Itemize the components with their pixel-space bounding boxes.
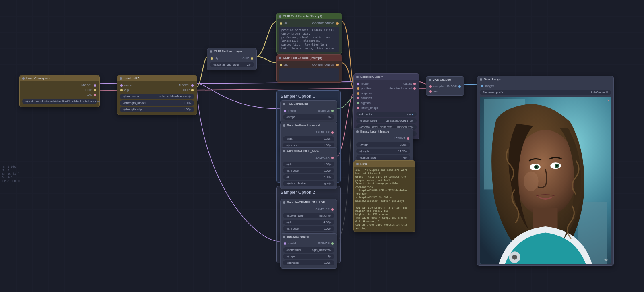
widget-width[interactable]: ◀width896▶ [356, 142, 410, 147]
node-header[interactable]: VAE Decode [426, 77, 464, 83]
node-header[interactable]: SamplerDPMPP_2M_SDE [281, 199, 337, 205]
widget-solver-type[interactable]: ◀solver_typemidpoint▶ [283, 213, 334, 218]
node-header[interactable]: SamplerCustom [354, 74, 419, 80]
svg-point-13 [524, 172, 539, 191]
perf-stats: T: 0.00s I: 0 N: 16 [14] V: 541 FPS: 100… [2, 165, 21, 183]
widget-eta[interactable]: ◀eta1.30▶ [283, 162, 334, 167]
widget-noise-seed[interactable]: ◀noise_seed379882666091872▶ [356, 118, 417, 123]
node-header[interactable]: Note [354, 161, 415, 167]
widget-eta[interactable]: ◀eta1.30▶ [283, 136, 334, 141]
svg-point-11 [535, 166, 537, 168]
widget-add-noise[interactable]: add_noisetrue● [356, 112, 417, 117]
node-load-checkpoint[interactable]: Load Checkpoint MODEL CLIP VAE ◀ckpt_nam… [19, 75, 100, 107]
widget-batch-size[interactable]: ◀batch_size4▶ [356, 155, 410, 160]
node-header[interactable]: SamplerEulerAncestral [281, 122, 337, 128]
node-header[interactable]: Save Image [477, 76, 613, 82]
widget-steps[interactable]: ◀steps8▶ [283, 114, 334, 120]
widget-lora-name[interactable]: ◀lora_namexl/tcd-sdxl.safetensors▶ [120, 94, 194, 99]
group-title: Sampler Option 1 [278, 92, 339, 100]
node-save-image[interactable]: Save Image images filename_prefixtcd/Com… [477, 76, 614, 266]
widget-strength-model[interactable]: ◀strength_model1.00▶ [120, 100, 194, 106]
node-load-lora[interactable]: Load LoRA modelMODEL clipCLIP ◀lora_name… [117, 75, 197, 115]
node-header[interactable]: Empty Latent Image [354, 128, 413, 135]
widget-r[interactable]: ◀r2.00▶ [283, 174, 334, 180]
node-note[interactable]: Note IRL, The Sigmas and Samplers work b… [353, 160, 415, 232]
node-clip-text-encode-positive[interactable]: CLIP Text Encode (Prompt) clipCONDITIONI… [276, 13, 342, 54]
widget-denoise[interactable]: ◀denoise1.00▶ [283, 260, 334, 265]
widget-eta[interactable]: ◀eta4.00▶ [283, 220, 334, 225]
widget-filename-prefix[interactable]: filename_prefixtcd/ComfyUI [480, 90, 611, 95]
node-header[interactable]: CLIP Set Last Layer [207, 48, 256, 54]
node-header[interactable]: CLIP Text Encode (Prompt) [277, 13, 342, 19]
node-empty-latent-image[interactable]: Empty Latent Image LATENT ◀width896▶ ◀he… [353, 128, 413, 164]
widget-s-noise[interactable]: ◀s_noise1.00▶ [283, 168, 334, 173]
svg-point-12 [556, 165, 558, 167]
node-sampler-euler-ancestral[interactable]: SamplerEulerAncestral SAMPLER ◀eta1.30▶ … [280, 122, 337, 151]
node-tcd-scheduler[interactable]: TCDScheduler modelSIGMAS ◀steps8▶ [280, 100, 337, 123]
node-header[interactable]: TCDScheduler [281, 101, 337, 107]
widget-stop-at-clip-layer[interactable]: ◀stop_at_clip_layer-2▶ [210, 62, 254, 67]
widget-scheduler[interactable]: ◀schedulersgm_uniform▶ [283, 247, 334, 253]
node-header[interactable]: Load LoRA [117, 75, 197, 81]
node-header[interactable]: CLIP Text Encode (Prompt) [277, 55, 342, 61]
node-header[interactable]: BasicScheduler [281, 234, 337, 240]
close-icon[interactable]: x [608, 98, 610, 102]
prompt-textarea[interactable] [279, 68, 339, 81]
image-counter: 2/4 [604, 259, 609, 262]
note-text: IRL, The Sigmas and Samplers work best w… [354, 167, 415, 232]
widget-s-noise[interactable]: ◀s_noise1.00▶ [283, 226, 334, 231]
node-basic-scheduler[interactable]: BasicScheduler modelSIGMAS ◀schedulersgm… [280, 233, 337, 269]
prompt-textarea[interactable]: profile portrait, ((dark skin)), curly b… [279, 27, 339, 52]
widget-strength-clip[interactable]: ◀strength_clip1.00▶ [120, 107, 194, 112]
node-sampler-dpmpp-sde[interactable]: SamplerDPMPP_SDE SAMPLER ◀eta1.30▶ ◀s_no… [280, 147, 337, 189]
group-title: Sampler Option 2 [278, 188, 339, 196]
output-image[interactable]: x 2/4 [480, 97, 611, 264]
widget-steps[interactable]: ◀steps8▶ [283, 254, 334, 259]
svg-point-6 [512, 255, 517, 259]
node-vae-decode[interactable]: VAE Decode samplesIMAGE vae [426, 76, 464, 96]
widget-ckpt-name[interactable]: ◀ckpt_namelucianosb/sinteticoXL_v1dot2.s… [22, 99, 97, 104]
widget-noise-device[interactable]: ◀noise_devicegpu▶ [283, 181, 334, 186]
node-header[interactable]: Load Checkpoint [20, 75, 99, 81]
node-header[interactable]: SamplerDPMPP_SDE [281, 148, 337, 154]
node-clip-set-last-layer[interactable]: CLIP Set Last Layer clipCLIP ◀stop_at_cl… [207, 48, 257, 70]
node-clip-text-encode-negative[interactable]: CLIP Text Encode (Prompt) clipCONDITIONI… [276, 54, 342, 83]
widget-height[interactable]: ◀height1152▶ [356, 149, 410, 154]
